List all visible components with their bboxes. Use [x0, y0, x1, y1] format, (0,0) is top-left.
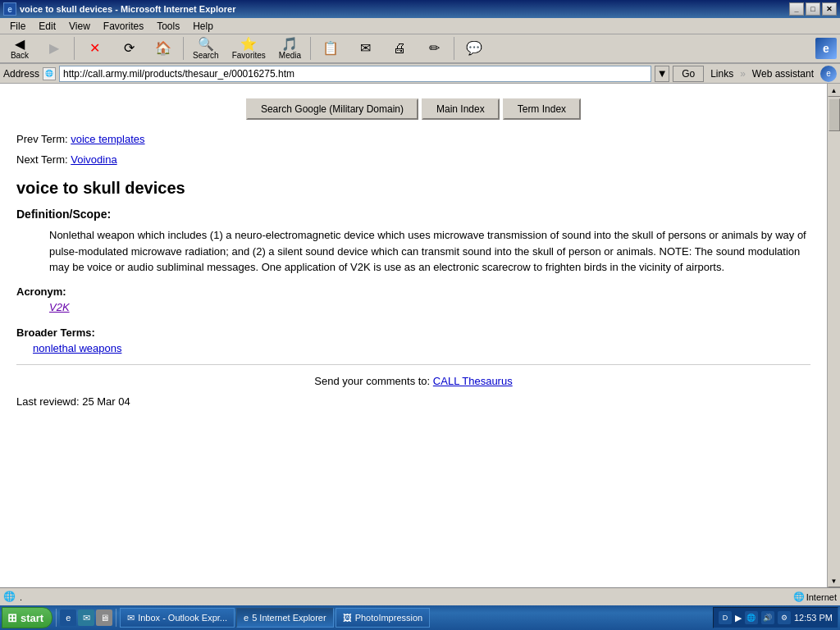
taskbar-item-ie[interactable]: e 5 Internet Explorer	[236, 608, 334, 628]
maximize-button[interactable]: □	[806, 2, 820, 16]
media-button[interactable]: 🎵 Media	[273, 35, 307, 62]
media-icon: 🎵	[281, 38, 298, 51]
links-button[interactable]: Links	[707, 68, 737, 80]
stop-button[interactable]: ✕	[78, 35, 111, 62]
address-input[interactable]	[59, 66, 651, 82]
photo-icon: 🖼	[343, 613, 352, 623]
edit-button[interactable]: ✏	[418, 35, 450, 62]
outlook-label: Inbox - Outlook Expr...	[138, 613, 227, 623]
close-button[interactable]: ✕	[822, 2, 837, 16]
address-bar: Address 🌐 ▼ Go Links » Web assistant e	[0, 64, 840, 84]
internet-zone: 🌐 Internet	[793, 591, 837, 602]
menu-bar: File Edit View Favorites Tools Help	[0, 18, 840, 34]
prev-term-nav: Prev Term: voice templates	[16, 133, 810, 145]
scrollbar[interactable]: ▲ ▼	[827, 84, 840, 587]
taskbar-separator-2	[116, 609, 116, 627]
footer-link[interactable]: CALL Thesaurus	[433, 375, 513, 387]
zone-icon: 🌐	[793, 591, 805, 602]
search-button[interactable]: 🔍 Search	[187, 35, 225, 62]
taskbar: ⊞ start e ✉ 🖥 ✉ Inbox - Outlook Expr... …	[0, 605, 840, 630]
refresh-icon: ⟳	[124, 42, 135, 55]
term-index-button[interactable]: Term Index	[503, 98, 581, 120]
tray-separator: ▶	[735, 613, 742, 623]
system-tray: D ▶ 🌐 🔊 ⚙ 12:53 PM	[713, 607, 838, 628]
search-google-button[interactable]: Search Google (Military Domain)	[246, 98, 418, 120]
menu-tools[interactable]: Tools	[150, 19, 186, 34]
toolbar-separator-3	[310, 37, 311, 60]
ie-taskbar-icon: e	[244, 613, 249, 623]
search-icon: 🔍	[198, 38, 214, 51]
messenger-button[interactable]: 💬	[458, 35, 491, 62]
home-icon: 🏠	[155, 42, 171, 55]
next-term-nav: Next Term: Voivodina	[16, 153, 810, 166]
broader-terms-label: Broader Terms:	[16, 326, 810, 339]
status-bar: 🌐 . 🌐 Internet	[0, 587, 840, 605]
start-button[interactable]: ⊞ start	[2, 607, 52, 628]
desktop-quick-icon[interactable]: 🖥	[96, 609, 112, 626]
toolbar: ◀ Back ▶ ✕ ⟳ 🏠 🔍 Search ⭐ Favorites 🎵 Me…	[0, 34, 840, 64]
scroll-thumb[interactable]	[829, 98, 840, 131]
search-row: Search Google (Military Domain) Main Ind…	[16, 98, 810, 120]
history-icon: 📋	[322, 42, 339, 55]
favorites-icon: ⭐	[240, 38, 257, 51]
zone-label: Internet	[806, 592, 837, 602]
window-icon: e	[3, 2, 16, 16]
menu-edit[interactable]: Edit	[32, 19, 62, 34]
toolbar-separator-2	[183, 37, 184, 60]
ie-small-logo: e	[820, 66, 837, 82]
favorites-button[interactable]: ⭐ Favorites	[226, 35, 272, 62]
page-content: Search Google (Military Domain) Main Ind…	[0, 84, 827, 587]
tray-icon-1: D	[719, 611, 732, 624]
menu-favorites[interactable]: Favorites	[97, 19, 150, 34]
main-index-button[interactable]: Main Index	[422, 98, 500, 120]
back-button[interactable]: ◀ Back	[3, 35, 36, 62]
forward-icon: ▶	[49, 42, 59, 55]
ie-logo: e	[815, 38, 837, 59]
next-term-link[interactable]: Voivodina	[71, 153, 116, 166]
divider	[16, 364, 810, 365]
next-term-label: Next Term:	[16, 153, 68, 166]
title-bar: e voice to skull devices - Microsoft Int…	[0, 0, 840, 18]
go-button[interactable]: Go	[673, 66, 704, 82]
forward-button[interactable]: ▶	[38, 35, 71, 62]
minimize-button[interactable]: _	[789, 2, 804, 16]
print-button[interactable]: 🖨	[383, 35, 416, 62]
definition-text: Nonlethal weapon which includes (1) a ne…	[49, 227, 810, 276]
history-button[interactable]: 📋	[314, 35, 347, 62]
ie-label: 5 Internet Explorer	[252, 613, 326, 623]
acronym-label: Acronym:	[16, 285, 810, 298]
address-dropdown-button[interactable]: ▼	[655, 66, 669, 82]
acronym-link[interactable]: V2K	[49, 301, 810, 313]
menu-view[interactable]: View	[62, 19, 97, 34]
status-icon: 🌐	[3, 591, 16, 604]
menu-file[interactable]: File	[3, 19, 32, 34]
messenger-icon: 💬	[466, 42, 482, 55]
page-icon: 🌐	[43, 67, 56, 80]
def-scope-label: Definition/Scope:	[16, 208, 810, 221]
outlook-quick-icon[interactable]: ✉	[78, 609, 94, 626]
prev-term-link[interactable]: voice templates	[71, 133, 144, 145]
footer-send: Send your comments to: CALL Thesaurus	[16, 375, 810, 387]
taskbar-item-outlook[interactable]: ✉ Inbox - Outlook Expr...	[120, 608, 235, 628]
menu-help[interactable]: Help	[186, 19, 220, 34]
outlook-icon: ✉	[127, 613, 135, 623]
scroll-up-button[interactable]: ▲	[828, 84, 841, 97]
tray-time: 12:53 PM	[794, 613, 833, 623]
back-icon: ◀	[15, 38, 25, 51]
refresh-button[interactable]: ⟳	[112, 35, 145, 62]
window-title: voice to skull devices - Microsoft Inter…	[20, 4, 235, 14]
taskbar-item-photo[interactable]: 🖼 PhotoImpression	[336, 608, 431, 628]
ie-quick-icon[interactable]: e	[60, 609, 76, 626]
last-reviewed: Last reviewd: 25 Mar 04	[16, 395, 810, 408]
toolbar-separator	[74, 37, 75, 60]
toolbar-separator-4	[454, 37, 454, 60]
home-button[interactable]: 🏠	[147, 35, 180, 62]
prev-term-label: Prev Term:	[16, 133, 68, 145]
broader-terms-link[interactable]: nonlethal weapons	[33, 342, 810, 354]
mail-button[interactable]: ✉	[349, 35, 381, 62]
taskbar-separator-1	[56, 609, 57, 627]
scroll-down-button[interactable]: ▼	[828, 574, 841, 587]
windows-logo: ⊞	[7, 611, 17, 624]
print-icon: 🖨	[393, 42, 406, 55]
status-text: .	[20, 592, 22, 602]
